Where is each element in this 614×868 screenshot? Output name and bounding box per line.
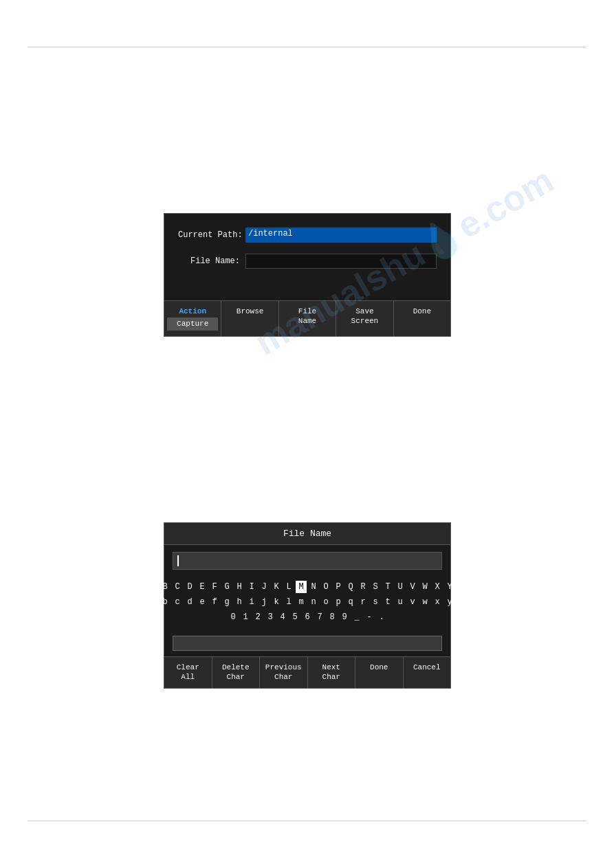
key-9[interactable]: 9 [339, 611, 350, 623]
key-m[interactable]: m [296, 596, 307, 608]
tab-action[interactable]: Action Capture [164, 301, 221, 336]
key-f[interactable]: f [209, 596, 220, 608]
numbers-row: 0 1 2 3 4 5 6 7 8 9 _ - . [173, 611, 442, 623]
key-V[interactable]: V [407, 581, 418, 593]
key-period[interactable]: . [376, 611, 387, 623]
key-8[interactable]: 8 [327, 611, 338, 623]
current-path-input[interactable]: /internal [245, 227, 437, 243]
key-dash[interactable]: - [364, 611, 375, 623]
key-7[interactable]: 7 [314, 611, 325, 623]
key-T[interactable]: T [382, 581, 393, 593]
key-R[interactable]: R [358, 581, 369, 593]
key-P[interactable]: P [333, 581, 344, 593]
key-s[interactable]: s [370, 596, 381, 608]
key-0[interactable]: 0 [228, 611, 239, 623]
next-char-label: NextChar [322, 663, 340, 681]
key-Z[interactable]: Z [457, 581, 468, 593]
next-char-button[interactable]: NextChar [308, 657, 356, 688]
key-S[interactable]: S [370, 581, 381, 593]
key-M[interactable]: M [296, 581, 307, 593]
keyboard-section: A B C D E F G H I J K L M N O P Q R S T … [164, 577, 450, 630]
key-w[interactable]: w [419, 596, 430, 608]
tab-save-screen[interactable]: SaveScreen [336, 301, 393, 336]
key-B[interactable]: B [160, 581, 171, 593]
clear-all-button[interactable]: ClearAll [164, 657, 212, 688]
uppercase-row: A B C D E F G H I J K L M N O P Q R S T … [173, 581, 442, 593]
key-b[interactable]: b [160, 596, 171, 608]
key-l[interactable]: l [283, 596, 294, 608]
key-A[interactable]: A [147, 581, 158, 593]
key-G[interactable]: G [221, 581, 232, 593]
key-n[interactable]: n [308, 596, 319, 608]
cancel-label: Cancel [413, 663, 441, 671]
tab-browse[interactable]: Browse [221, 301, 278, 336]
delete-char-button[interactable]: DeleteChar [212, 657, 261, 688]
tab-file-name[interactable]: FileName [279, 301, 336, 336]
key-Y[interactable]: Y [444, 581, 455, 593]
key-e[interactable]: e [197, 596, 208, 608]
key-d[interactable]: d [184, 596, 195, 608]
key-i[interactable]: i [246, 596, 257, 608]
key-t[interactable]: t [382, 596, 393, 608]
key-3[interactable]: 3 [265, 611, 276, 623]
key-E[interactable]: E [197, 581, 208, 593]
key-I[interactable]: I [246, 581, 257, 593]
bottom-divider [28, 821, 586, 821]
key-W[interactable]: W [419, 581, 430, 593]
key-o[interactable]: o [320, 596, 331, 608]
key-K[interactable]: K [271, 581, 282, 593]
delete-char-label: DeleteChar [222, 663, 250, 681]
clear-all-label: ClearAll [177, 663, 199, 681]
tab-file-name-label: FileName [298, 307, 316, 325]
bottom-dialog-title: File Name [164, 523, 450, 545]
key-1[interactable]: 1 [240, 611, 251, 623]
key-c[interactable]: c [172, 596, 183, 608]
key-a[interactable]: a [147, 596, 158, 608]
key-H[interactable]: H [234, 581, 245, 593]
key-j[interactable]: j [259, 596, 270, 608]
key-D[interactable]: D [184, 581, 195, 593]
key-X[interactable]: X [432, 581, 443, 593]
key-q[interactable]: q [345, 596, 356, 608]
key-O[interactable]: O [320, 581, 331, 593]
current-path-row: Current Path: /internal [178, 227, 437, 243]
key-N[interactable]: N [308, 581, 319, 593]
done-label: Done [370, 663, 388, 671]
bottom-dialog-buttons: ClearAll DeleteChar PreviousChar NextCha… [164, 656, 450, 688]
key-y[interactable]: y [444, 596, 455, 608]
key-underscore[interactable]: _ [351, 611, 362, 623]
key-u[interactable]: u [395, 596, 406, 608]
key-x[interactable]: x [432, 596, 443, 608]
bottom-status-bar [173, 636, 442, 651]
key-h[interactable]: h [234, 596, 245, 608]
key-L[interactable]: L [283, 581, 294, 593]
key-5[interactable]: 5 [289, 611, 300, 623]
key-C[interactable]: C [172, 581, 183, 593]
key-Q[interactable]: Q [345, 581, 356, 593]
key-F[interactable]: F [209, 581, 220, 593]
tab-done-label: Done [413, 307, 431, 315]
done-button[interactable]: Done [355, 657, 404, 688]
tab-capture-label[interactable]: Capture [167, 318, 218, 330]
cancel-button[interactable]: Cancel [404, 657, 451, 688]
previous-char-label: PreviousChar [265, 663, 302, 681]
key-4[interactable]: 4 [277, 611, 288, 623]
top-dialog-body: Current Path: /internal File Name: [164, 214, 450, 300]
file-name-row: File Name: [178, 254, 437, 269]
file-name-input[interactable] [245, 254, 437, 269]
key-z[interactable]: z [457, 596, 468, 608]
filename-text-input[interactable] [173, 552, 442, 570]
key-k[interactable]: k [271, 596, 282, 608]
key-J[interactable]: J [259, 581, 270, 593]
tab-browse-label: Browse [237, 307, 264, 315]
key-6[interactable]: 6 [302, 611, 313, 623]
key-v[interactable]: v [407, 596, 418, 608]
key-r[interactable]: r [358, 596, 369, 608]
previous-char-button[interactable]: PreviousChar [260, 657, 308, 688]
key-U[interactable]: U [395, 581, 406, 593]
key-2[interactable]: 2 [252, 611, 263, 623]
key-g[interactable]: g [221, 596, 232, 608]
tab-done[interactable]: Done [394, 301, 450, 336]
key-p[interactable]: p [333, 596, 344, 608]
top-dialog: Current Path: /internal File Name: Actio… [164, 213, 451, 337]
